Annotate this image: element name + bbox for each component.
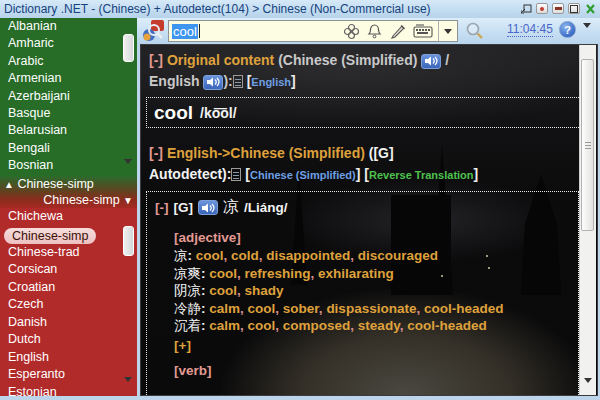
definition-row: 冷静: calm, cool, sober, dispassionate, co…	[174, 300, 576, 318]
text-caret	[199, 24, 200, 38]
pin-window-icon[interactable]	[520, 3, 532, 14]
speaker-icon[interactable]	[203, 75, 223, 90]
language-list-item[interactable]: Amharic	[0, 35, 137, 52]
translation-word[interactable]: disappointed	[266, 248, 350, 263]
language-list-item[interactable]: Chichewa	[0, 208, 137, 226]
definition-row: 凉: cool, cold, disappointed, discouraged	[174, 247, 576, 265]
close-button[interactable]	[584, 3, 596, 14]
pencil-icon[interactable]	[389, 23, 406, 39]
section-translation-header: [-] English->Chinese (Simplified) ([G] A…	[149, 143, 593, 186]
entry-pinyin: /Liáng/	[244, 200, 288, 215]
language-list-item[interactable]: Corsican	[0, 261, 137, 279]
part-of-speech: [adjective]	[174, 229, 576, 247]
results-pane: [-] Original content (Chinese (Simplifie…	[140, 44, 598, 396]
translation-word[interactable]: cool-headed	[424, 301, 504, 316]
language-list-item[interactable]: Albanian	[0, 18, 137, 35]
translation-word[interactable]: calm	[209, 318, 240, 333]
language-list-item[interactable]: Dutch	[0, 331, 137, 349]
collapse-toggle[interactable]: [-]	[149, 52, 163, 68]
search-button[interactable]	[465, 21, 485, 45]
translation-word[interactable]: cool	[248, 318, 276, 333]
reverse-translation-link[interactable]: Reverse Translation	[369, 169, 474, 181]
language-list-item[interactable]: Azerbaijani	[0, 88, 137, 105]
language-list-item[interactable]: Croatian	[0, 279, 137, 297]
target-list-scrollbar[interactable]	[121, 208, 136, 396]
translation-word[interactable]: steady	[358, 318, 400, 333]
scrollbar-thumb[interactable]	[581, 59, 594, 231]
maximize-button[interactable]	[568, 3, 580, 14]
menu-arrow-icon	[583, 23, 591, 45]
translation-word[interactable]: discouraged	[358, 248, 438, 263]
language-list-item[interactable]: Armenian	[0, 70, 137, 87]
translation-word[interactable]: cool	[248, 301, 276, 316]
speaker-icon[interactable]	[421, 54, 441, 69]
search-input[interactable]: cool	[168, 20, 458, 42]
translation-word[interactable]: refreshing	[245, 266, 311, 281]
scrollbar-thumb[interactable]	[123, 226, 134, 256]
translation-word[interactable]: cool	[209, 266, 237, 281]
language-list-item[interactable]: Czech	[0, 296, 137, 314]
flower-icon[interactable]	[343, 23, 360, 40]
translation-word[interactable]: cold	[231, 248, 259, 263]
language-list-item[interactable]: Estonian	[0, 384, 137, 397]
translation-word[interactable]: cool	[209, 283, 237, 298]
language-list-item[interactable]: Belarusian	[0, 122, 137, 139]
translation-word[interactable]: shady	[245, 283, 284, 298]
collapse-toggle[interactable]: [-]	[149, 145, 163, 161]
help-button[interactable]: ?	[559, 21, 576, 38]
language-list-item[interactable]: Chinese-trad	[0, 244, 137, 262]
scrollbar-thumb[interactable]	[123, 34, 134, 62]
copy-text-icon[interactable]	[231, 168, 241, 181]
search-icon	[465, 21, 485, 41]
source-list-scrollbar[interactable]	[121, 18, 136, 176]
chinese-term: 凉爽	[174, 266, 201, 281]
expand-more-toggle[interactable]: [+]	[174, 338, 576, 353]
toolbar: cool	[137, 18, 600, 44]
language-list-item[interactable]: Chinese-simp	[4, 228, 96, 244]
translation-word[interactable]: calm	[209, 301, 240, 316]
translation-word[interactable]: dispassionate	[326, 301, 416, 316]
record-dot-icon	[540, 7, 544, 11]
window-border-bottom	[0, 396, 600, 400]
language-list-item[interactable]: Danish	[0, 314, 137, 332]
search-dropdown-button[interactable]	[438, 21, 457, 41]
part-of-speech: [verb]	[174, 362, 576, 380]
language-link[interactable]: Chinese (Simplified)	[250, 169, 356, 181]
translation-word[interactable]: composed	[283, 318, 351, 333]
language-list-item[interactable]: Basque	[0, 105, 137, 122]
minimize-icon	[555, 7, 562, 10]
search-text-selected: cool	[172, 24, 198, 39]
pane-divider	[137, 44, 140, 396]
language-list-item[interactable]: English	[0, 349, 137, 367]
down-triangle-icon: ▼	[123, 195, 133, 206]
translation-word[interactable]: cool	[196, 248, 224, 263]
window-controls	[520, 3, 596, 14]
language-list-item[interactable]: Arabic	[0, 53, 137, 70]
bell-icon[interactable]	[367, 23, 382, 39]
section-original-content-header: [-] Original content (Chinese (Simplifie…	[149, 50, 589, 93]
language-list-item[interactable]: Esperanto	[0, 366, 137, 384]
clock-time[interactable]: 11:04:45	[507, 23, 553, 37]
translation-word[interactable]: sober	[283, 301, 319, 316]
speaker-icon[interactable]	[198, 200, 218, 215]
minimize-button[interactable]	[552, 3, 564, 14]
section-title: Original content	[167, 52, 274, 68]
keyboard-icon[interactable]	[413, 24, 433, 38]
copy-text-icon[interactable]	[233, 75, 243, 88]
collapse-toggle[interactable]: [-]	[155, 200, 169, 215]
scroll-down-icon[interactable]	[584, 378, 592, 396]
source-language-selected[interactable]: ▲ Chinese-simp	[0, 176, 137, 192]
translation-word[interactable]: cool-headed	[407, 318, 487, 333]
entry-header: [-] [G] 凉 /Liáng/	[155, 197, 570, 218]
pronunciation: /ko͞ol/	[200, 105, 237, 121]
target-language-selected[interactable]: Chinese-simp ▼	[0, 192, 137, 208]
dictionary-window: Dictionary .NET - (Chinese) + Autodetect…	[0, 0, 600, 400]
translation-entry-box: [-] [G] 凉 /Liáng/ [adjective] 凉: cool, c…	[146, 191, 579, 396]
translation-word[interactable]: exhilarating	[318, 266, 394, 281]
window-title: Dictionary .NET - (Chinese) + Autodetect…	[4, 2, 431, 16]
results-scrollbar[interactable]	[579, 45, 596, 395]
record-dot-button[interactable]	[536, 3, 548, 14]
language-list-item[interactable]: Bengali	[0, 140, 137, 157]
language-link[interactable]: English	[251, 76, 291, 88]
language-list-item[interactable]: Bosnian	[0, 157, 137, 174]
